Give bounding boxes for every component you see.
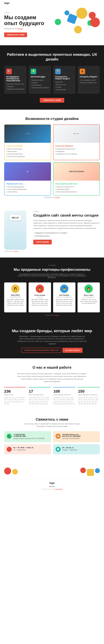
dream-image-note: Изображения от Freepik — [4, 250, 29, 252]
dream-phone: HELLO! Изображения от Freepik — [4, 211, 29, 252]
brands-email-button[interactable]: ПРЕДПРИНИМАТЕЛИ@ДИЗАЙНСТУДИЯ.COM — [21, 348, 61, 353]
dream-feature-2: Интуитивная панель — [33, 234, 100, 238]
contact-box-content-1: info@themeforest.comNew York, NY 10155-0… — [62, 434, 81, 440]
footer-shape-red2 — [80, 468, 86, 473]
partners-image-link[interactable]: Freepik — [55, 314, 59, 316]
footer-dot-0 — [50, 486, 51, 487]
partner-role-2: Инженер по оборудованию — [55, 296, 73, 298]
studio-title: Возможности студии дизайна — [4, 116, 100, 121]
partner-avatar-0: 👩 — [11, 284, 20, 293]
footer: logo Template Cliche built by Your Eleme… — [0, 479, 104, 492]
about-work-section: О нас и нашей работе Arte metus dictum a… — [0, 358, 104, 412]
footer-shape-red — [4, 468, 11, 474]
brands-actions: ПРЕДПРИНИМАТЕЛИ@ДИЗАЙНСТУДИЯ.COM СМ. НАШ… — [4, 348, 100, 353]
partners-label: ОТЗЫВЫ — [4, 264, 100, 266]
studio-card-comm: 🌿 Creative Стратегия общения Формировани… — [53, 124, 100, 160]
studio-image-comm: 🌿 Creative — [53, 125, 100, 143]
partner-name-1: Селия Аленда — [31, 294, 49, 296]
partners-grid: 👩 НАШ ОПЫТ Главный бухгалтер Один издает… — [4, 282, 100, 312]
brands-portfolio-button[interactable]: СМ. НАШУ РАБОТУ — [62, 348, 83, 353]
hero-cta-button[interactable]: СВЯЗАТЬСЯ С НАМИ — [4, 32, 27, 37]
contact-box-text-0: И когда позвоните нам New York, NY 10155… — [13, 438, 45, 440]
footer-link[interactable]: Your Element — [55, 488, 62, 490]
feature-card-list-3: Стать лидером в своей категории и design… — [80, 79, 98, 84]
studio-grid: 💻 Design Стратегия бренда Идея логотипа … — [4, 124, 100, 196]
contact-box-title-1: info@themeforest.comNew York, NY 10155-0… — [62, 434, 81, 437]
brands-title: Мы создаем бренды, которые любят мир — [4, 328, 100, 334]
phone-screen: HELLO! — [4, 211, 26, 250]
feature-card-1: 💡 ПРОТОТИП ИДЕИ Превратите идею 1помощью… — [29, 66, 51, 94]
contact-icon-1: 📧 — [55, 434, 61, 439]
partner-name-2: Боб Рибейро — [55, 294, 73, 296]
feature-card-2: 📦 РАЗРАБОТАТЬ НОВЫЙ ПРОДУКТ Цикл MVPброс… — [53, 66, 75, 94]
hero-section: О НАС Мы создаем опыт будущего Изображен… — [0, 6, 104, 45]
dream-cta-button[interactable]: УЗНАТЬ ДАЛЕЕ — [33, 240, 52, 244]
hero-image-link[interactable]: Freepik — [17, 28, 23, 30]
feature-card-title-1: ПРОТОТИП ИДЕИ — [31, 76, 49, 78]
phone-mockup: HELLO! — [4, 211, 26, 250]
studio-card-comm-title: Стратегия общения — [55, 145, 98, 147]
partner-avatar-2: 👨 — [60, 284, 68, 293]
feature-card-title-3: УЛУЧШИТЬ ПРОДУКТ — [80, 76, 98, 78]
stat-number-0: 236 — [4, 389, 26, 394]
studio-card-brand-list: Идея логотипа бренда Анализ рынка Концеп… — [6, 148, 49, 158]
footer-logo: logo — [4, 482, 100, 484]
partner-quote-3: Simple here, Once a circus large, Clara … — [80, 298, 98, 304]
studio-image-ux: CREATIVE DESIGN — [53, 162, 100, 181]
navigation: logo — [0, 0, 104, 6]
feature-card-icon-1: 💡 — [31, 69, 36, 74]
hero-image-note: Изображения из Freepik — [4, 28, 100, 30]
footer-dots — [4, 486, 100, 487]
feature-card-list-1: Превратите идею 1помощьюинтерактивногопр… — [31, 79, 49, 89]
stat-label-0: НАШЯ ОПЫТ — [4, 394, 26, 396]
stat-number-2: 108 — [53, 389, 75, 394]
partner-avatar-1: 👩 — [36, 284, 44, 293]
studio-card-comm-list: Формирование идентичности Копирайтинг Ру… — [55, 148, 98, 155]
stat-desc-0: Sample here: Click to select. Sample cli… — [4, 397, 26, 405]
studio-card-ux-title: Пользовательский опыт — [55, 183, 98, 185]
contact-box-title-0: +1 (234) 567 891+1 (234) 987-6594 — [13, 434, 45, 437]
studio-image-link[interactable]: Freepik — [55, 197, 60, 198]
footer-shapes-decoration — [0, 462, 104, 479]
hero-label: О НАС — [4, 12, 100, 14]
stat-label-3: ЗАКОНЧЕННЫЕ ПРОЕКТЫ — [78, 394, 100, 396]
feature-card-list-2: Цикл MVPбросает в своюочередьпользовател… — [55, 81, 73, 91]
contact-section: Свяжитесь с нами Duis aute irure dolor i… — [0, 412, 104, 462]
partner-avatar-3: 👩 — [84, 284, 93, 293]
contact-box-content-0: +1 (234) 567 891+1 (234) 987-6594 И когд… — [13, 434, 45, 440]
dream-title: Создайте сайт своей мечты сегодня — [33, 213, 100, 218]
feature-card-3: ⬆ УЛУЧШИТЬ ПРОДУКТ Стать лидером в своей… — [78, 66, 100, 94]
contact-box-title-2: Пн — Пт: 09:00 — 20:00, 15 — [13, 447, 33, 448]
partner-quote-1: Один издает обявляет наших клиентов Lore… — [31, 298, 49, 306]
studio-card-style: ∞ Фирменный стиль Системы брандирования … — [4, 162, 51, 196]
stat-number-3: 150 — [78, 389, 100, 394]
stat-card-3: 150 ЗАКОНЧЕННЫЕ ПРОЕКТЫ Sample here: Cli… — [78, 387, 100, 405]
footer-copy: Template Cliche built by Your Element — [4, 488, 100, 490]
partners-title: Мы преданные партнеры-профессионалы — [4, 267, 100, 272]
contact-box-text-2: Сб — Воскресенье — [13, 449, 33, 451]
contact-box-text-3: Стамбул — Барселона — [62, 449, 77, 451]
dream-label: О НАС — [33, 211, 100, 212]
partners-image-note: Изображения от Freepik — [4, 314, 100, 316]
dream-image-link[interactable]: Freepik — [14, 250, 18, 252]
studio-card-ux-list: Отдельные возможности UI Прикладной диза… — [55, 186, 98, 193]
stat-card-1: 17 НАГРУЗЫ ВЫГЛЯНИ Sample here: Click to… — [29, 387, 51, 405]
phone-hello-text: HELLO! — [9, 215, 21, 220]
hero-title: Мы создаем опыт будущего — [4, 14, 49, 26]
feature-card-title-2: РАЗРАБОТАТЬ НОВЫЙ ПРОДУКТ — [55, 76, 73, 80]
studio-image-style: ∞ — [4, 162, 51, 181]
feature-card-icon-0: 🔍 — [6, 69, 12, 74]
partner-name-3: Матти Синет — [80, 294, 98, 296]
feature-card-icon-2: 📦 — [55, 69, 61, 74]
feature-cards: 🔍 ИССЛЕДОВАТЬ ПОТРЕБНОСТИ ПОЛЬЗОВАТЕЛЯ В… — [4, 66, 100, 94]
partner-card-2: 👨 Боб Рибейро Инженер по оборудованию Од… — [53, 282, 75, 312]
feature-card-list-0: Выявляйте болевые точки и ожиданияПоведе… — [6, 83, 24, 90]
partner-card-1: 👩 Селия Аленда Секретарь Один издает обя… — [29, 282, 51, 312]
partner-role-1: Секретарь — [31, 296, 49, 298]
stats-grid: 236 НАШЯ ОПЫТ Sample here: Click to sele… — [4, 387, 100, 405]
partner-quote-2: Один издает обявляет наших клиентов Lore… — [55, 298, 73, 306]
dark-cta-button[interactable]: СВЯЗАТЬСЯ С НАМИ — [40, 98, 64, 103]
stat-desc-2: Sample here: Click to select. Sample cli… — [53, 397, 75, 405]
about-work-description: Arte metus dictum at tempor commodo ulla… — [17, 372, 87, 383]
dark-features-section: Работаем в выделенных проектных командах… — [0, 45, 104, 110]
